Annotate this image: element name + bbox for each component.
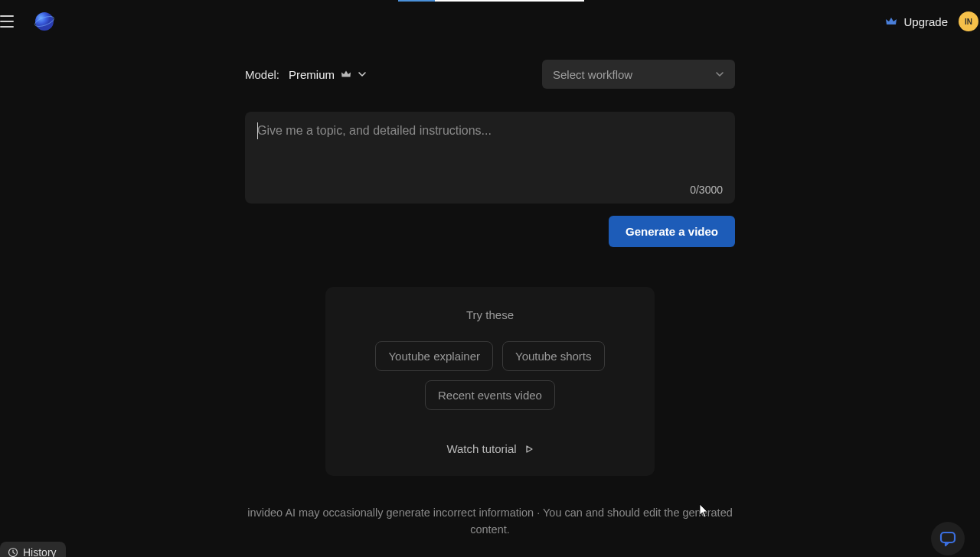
- generate-button[interactable]: Generate a video: [609, 216, 735, 247]
- tutorial-label: Watch tutorial: [446, 442, 516, 455]
- avatar[interactable]: IN: [959, 11, 978, 31]
- chat-button[interactable]: [931, 522, 965, 555]
- workflow-placeholder: Select workflow: [553, 68, 632, 81]
- history-label: History: [23, 546, 57, 557]
- header-right: Upgrade IN: [885, 11, 972, 31]
- play-icon: [524, 445, 534, 454]
- upgrade-label: Upgrade: [903, 15, 948, 28]
- chevron-down-icon: [715, 70, 724, 79]
- suggestions-card: Try these Youtube explainer Youtube shor…: [325, 287, 655, 476]
- svg-point-0: [35, 12, 54, 31]
- chip-row-2: Recent events video: [344, 380, 636, 410]
- main-content: Model: Premium Select workflow 0/3000 Ge…: [245, 60, 735, 476]
- chip-recent-events[interactable]: Recent events video: [425, 380, 555, 410]
- suggestions-heading: Try these: [344, 308, 636, 321]
- header-left: [0, 11, 55, 32]
- app-header: Upgrade IN: [0, 3, 980, 40]
- char-count: 0/3000: [690, 184, 723, 196]
- model-value: Premium: [289, 68, 335, 81]
- crown-icon: [885, 16, 897, 27]
- workflow-select[interactable]: Select workflow: [542, 60, 735, 89]
- disclaimer-text: invideo AI may occasionally generate inc…: [245, 505, 735, 539]
- controls-row: Model: Premium Select workflow: [245, 60, 735, 89]
- chip-youtube-shorts[interactable]: Youtube shorts: [502, 341, 605, 371]
- accent-segment-blue: [398, 0, 435, 2]
- chat-icon: [939, 531, 956, 546]
- avatar-initials: IN: [965, 18, 972, 26]
- menu-button[interactable]: [0, 12, 18, 31]
- watch-tutorial-link[interactable]: Watch tutorial: [446, 442, 533, 455]
- chip-youtube-explainer[interactable]: Youtube explainer: [375, 341, 493, 371]
- chevron-down-icon: [358, 70, 367, 79]
- clock-icon: [8, 547, 18, 557]
- model-label: Model:: [245, 68, 279, 81]
- history-button[interactable]: History: [0, 542, 66, 557]
- model-select[interactable]: Premium: [289, 68, 367, 81]
- generate-row: Generate a video: [245, 216, 735, 247]
- svg-rect-3: [941, 533, 955, 542]
- prompt-box: 0/3000: [245, 112, 735, 204]
- prompt-input[interactable]: [245, 112, 735, 204]
- accent-segment-white: [435, 0, 584, 2]
- chip-row-1: Youtube explainer Youtube shorts: [344, 341, 636, 371]
- upgrade-button[interactable]: Upgrade: [885, 15, 948, 28]
- app-logo[interactable]: [34, 11, 55, 32]
- crown-icon: [341, 70, 351, 79]
- model-group: Model: Premium: [245, 68, 367, 81]
